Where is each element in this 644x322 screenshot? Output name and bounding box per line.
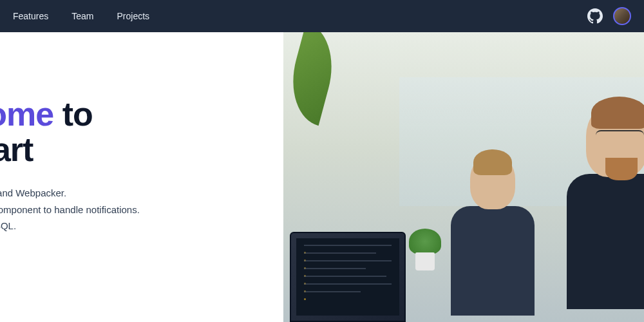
hero-image: Signed in successfully. × bbox=[283, 32, 644, 322]
hero-bullet: esome. bbox=[0, 234, 283, 251]
nav-link-projects[interactable]: Projects bbox=[117, 11, 149, 21]
hero-bullet: and PostgreSQL. bbox=[0, 218, 283, 234]
hero-title: elcome to kStart bbox=[0, 97, 283, 167]
hero-left: elcome to kStart ailwind CSS and Webpack… bbox=[0, 32, 283, 322]
leaf-decoration bbox=[283, 32, 343, 126]
nav-link-features[interactable]: Features bbox=[13, 11, 48, 21]
avatar[interactable] bbox=[613, 7, 631, 25]
hero-bullet: ailwind CSS and Webpacker. bbox=[0, 185, 283, 202]
main: elcome to kStart ailwind CSS and Webpack… bbox=[0, 32, 644, 322]
person-illustration bbox=[444, 155, 541, 322]
title-accent: elcome bbox=[0, 95, 53, 133]
hero-bullet: s and view_component to handle notificat… bbox=[0, 202, 283, 218]
github-icon[interactable] bbox=[587, 8, 603, 24]
title-line2: kStart bbox=[0, 131, 33, 168]
plant-illustration bbox=[409, 232, 441, 270]
navbar: Features Team Projects bbox=[0, 0, 644, 32]
hero-description: ailwind CSS and Webpacker. s and view_co… bbox=[0, 185, 283, 251]
person-illustration bbox=[554, 103, 644, 322]
title-to: to bbox=[62, 95, 93, 133]
nav-link-team[interactable]: Team bbox=[71, 11, 93, 21]
laptop-illustration bbox=[290, 232, 406, 322]
nav-right bbox=[587, 7, 631, 25]
nav-links: Features Team Projects bbox=[13, 11, 149, 21]
